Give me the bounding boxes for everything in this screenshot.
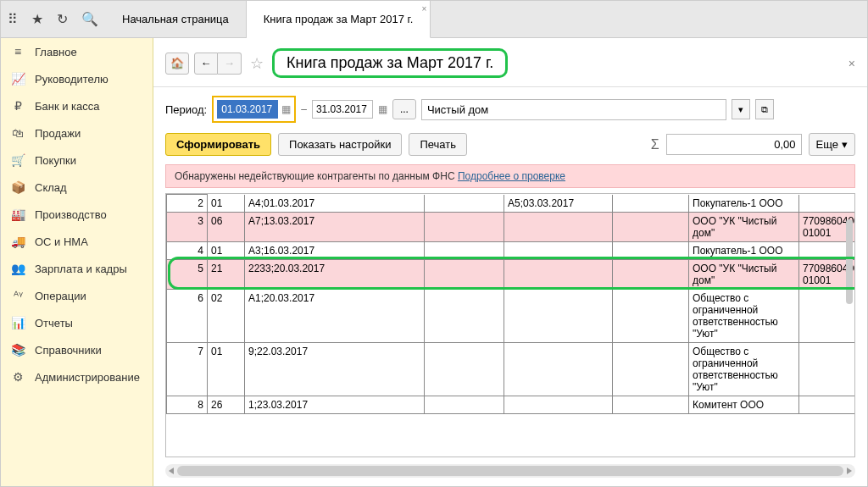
sidebar-item[interactable]: 🛍Продажи	[1, 119, 153, 147]
period-from-box: 01.03.2017 ▦	[212, 96, 296, 123]
sidebar-icon: 🏭	[11, 208, 25, 221]
home-button[interactable]: 🏠	[165, 53, 189, 75]
table-row[interactable]: 602A1;20.03.2017Общество с ограниченной …	[167, 290, 855, 343]
history-icon[interactable]: ↻	[57, 11, 68, 27]
sidebar-item-label: Зарплата и кадры	[35, 263, 127, 275]
sidebar-item[interactable]: ⚙Администрирование	[1, 363, 153, 390]
sidebar-item[interactable]: ≡Главное	[1, 38, 153, 65]
sidebar-item-label: Главное	[35, 46, 77, 58]
form-button[interactable]: Сформировать	[165, 133, 271, 156]
page-title: Книга продаж за Март 2017 г.	[272, 48, 508, 78]
sidebar-item[interactable]: 📊Отчеты	[1, 309, 153, 336]
sidebar-item[interactable]: 📈Руководителю	[1, 65, 153, 92]
table-row[interactable]: 401A3;16.03.2017Покупатель-1 ООО	[167, 242, 855, 260]
date-from-input[interactable]: 01.03.2017	[217, 100, 278, 119]
dropdown-button[interactable]: ▾	[732, 99, 750, 119]
sidebar-icon: 🚚	[11, 235, 25, 248]
tab-home[interactable]: Начальная страница	[105, 1, 247, 37]
sidebar-item-label: Покупки	[35, 154, 76, 167]
vertical-scrollbar[interactable]	[846, 219, 853, 304]
organization-input[interactable]	[421, 99, 726, 120]
sigma-icon: Σ	[651, 137, 659, 152]
sidebar-item[interactable]: 🏭Производство	[1, 201, 153, 228]
table-row[interactable]: 7019;22.03.2017Общество с ограниченной о…	[167, 343, 855, 396]
more-button[interactable]: Еще▾	[809, 133, 855, 156]
sidebar-icon: 🛍	[11, 126, 25, 140]
sidebar-icon: ⚙	[11, 370, 25, 384]
favorite-icon[interactable]: ☆	[250, 54, 264, 73]
close-icon[interactable]: ×	[421, 4, 426, 14]
sidebar: ≡Главное📈Руководителю₽Банк и касса🛍Прода…	[1, 38, 153, 486]
data-table: 201A4;01.03.2017A5;03.03.2017Покупатель-…	[166, 194, 854, 414]
sidebar-item-label: Администрирование	[35, 371, 140, 384]
sidebar-icon: 🛒	[11, 153, 25, 167]
search-icon[interactable]: 🔍	[81, 11, 98, 27]
sidebar-icon: ₽	[11, 99, 25, 113]
warning-link[interactable]: Подробнее о проверке	[458, 170, 565, 182]
sidebar-item[interactable]: 📦Склад	[1, 174, 153, 201]
sidebar-icon: 📈	[11, 72, 25, 86]
sidebar-item-label: Отчеты	[35, 317, 73, 329]
sidebar-item[interactable]: 🚚ОС и НМА	[1, 228, 153, 255]
sidebar-icon: 📦	[11, 180, 25, 194]
sidebar-item-label: Справочники	[35, 344, 102, 357]
show-settings-button[interactable]: Показать настройки	[278, 133, 402, 156]
expand-button[interactable]: ⧉	[755, 99, 774, 119]
sidebar-icon: ≡	[11, 45, 25, 58]
sidebar-icon: ᴬᵞ	[11, 289, 25, 302]
table-row[interactable]: 306A7;13.03.2017ООО "УК "Чистый дом"7709…	[167, 213, 855, 242]
sidebar-item-label: Производство	[35, 208, 107, 221]
date-to-input[interactable]: 31.03.2017	[312, 100, 373, 119]
calendar-icon[interactable]: ▦	[281, 103, 291, 115]
horizontal-scrollbar[interactable]	[165, 464, 855, 478]
table-row[interactable]: 201A4;01.03.2017A5;03.03.2017Покупатель-…	[167, 195, 855, 213]
apps-icon[interactable]: ⠿	[8, 11, 18, 27]
sidebar-icon: 📚	[11, 343, 25, 357]
sidebar-icon: 👥	[11, 262, 25, 275]
close-page-icon[interactable]: ×	[849, 57, 855, 70]
print-button[interactable]: Печать	[409, 133, 467, 156]
table-row[interactable]: 8261;23.03.2017Комитент ООО	[167, 396, 855, 414]
period-picker-button[interactable]: ...	[392, 99, 416, 119]
sidebar-item-label: ОС и НМА	[35, 235, 88, 248]
sidebar-item-label: Операции	[35, 290, 86, 302]
sidebar-item-label: Банк и касса	[35, 100, 100, 113]
calendar-icon[interactable]: ▦	[378, 103, 387, 115]
sidebar-item-label: Склад	[35, 181, 67, 194]
star-icon[interactable]: ★	[31, 11, 43, 27]
sidebar-item-label: Продажи	[35, 127, 81, 140]
sidebar-icon: 📊	[11, 316, 25, 329]
sidebar-item[interactable]: ᴬᵞОперации	[1, 282, 153, 309]
table-row[interactable]: 5212233;20.03.2017ООО "УК "Чистый дом"77…	[167, 260, 855, 290]
sidebar-item[interactable]: ₽Банк и касса	[1, 92, 153, 119]
warning-bar: Обнаружены недействующие контрагенты по …	[165, 164, 855, 188]
sidebar-item[interactable]: 👥Зарплата и кадры	[1, 255, 153, 282]
sidebar-item[interactable]: 🛒Покупки	[1, 147, 153, 174]
sidebar-item-label: Руководителю	[35, 73, 108, 86]
period-label: Период:	[165, 103, 207, 116]
sidebar-item[interactable]: 📚Справочники	[1, 336, 153, 363]
forward-button[interactable]: →	[218, 53, 242, 75]
back-button[interactable]: ←	[194, 53, 218, 75]
tab-active[interactable]: Книга продаж за Март 2017 г. ×	[247, 1, 431, 38]
sum-input[interactable]	[666, 134, 802, 155]
